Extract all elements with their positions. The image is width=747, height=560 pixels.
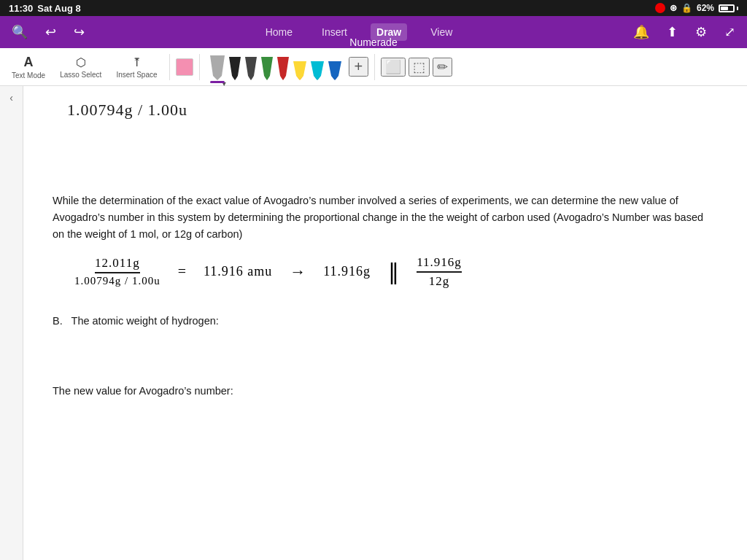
menu-home[interactable]: Home [260,23,298,41]
date: Sat Aug 8 [37,3,80,14]
svg-marker-6 [261,57,273,80]
equals-sign: = [178,263,186,280]
hw-top-content: 1.00794g / 1.00u [67,101,718,120]
title-bar: 🔍 ↩ ↪ Numerade Home Insert Draw View 🔔 ⬆… [0,16,747,48]
pen-black[interactable] [228,57,242,80]
secondary-fraction: 11.916g 12g [417,255,462,289]
text-mode-button[interactable]: A Text Mode [6,52,51,82]
time: 11:30 [9,3,33,14]
footer-text: The new value for Avogadro’s number: [53,385,718,397]
status-bar: 11:30 Sat Aug 8 ⊛ 🔒 62% [0,0,747,16]
pen-darkblue[interactable] [327,61,343,80]
arrow-symbol: → [290,262,306,281]
lasso-label: Lasso Select [60,71,101,79]
insert-space-label: Insert Space [116,71,157,79]
battery-percent: 62% [697,3,714,13]
formula-area: 12.011g 1.00794g / 1.00u = 11.916 amu → … [74,255,718,289]
notification-button[interactable]: 🔔 [630,21,652,43]
select-tool-button[interactable]: ⬚ [409,58,430,77]
battery-icon [719,4,738,12]
settings-button[interactable]: ⚙ [692,21,710,43]
lasso-select-button[interactable]: ⬡ Lasso Select [54,52,107,82]
svg-marker-8 [277,57,289,80]
svg-marker-0 [210,55,225,80]
redo-button[interactable]: ↪ [71,21,88,43]
frac2-numerator: 11.916g [417,255,462,273]
divider-3 [374,54,375,80]
search-button[interactable]: 🔍 [9,21,31,43]
page-canvas: 1.00794g / 1.00u While the determination… [23,86,747,560]
shape-tool-button[interactable]: ⬜ [381,58,406,77]
sidebar-toggle-button[interactable]: ‹ [9,92,13,104]
double-bar: ‖ [388,259,399,284]
app-title: Numerade [349,36,397,48]
svg-marker-12 [311,61,324,80]
divider-1 [169,54,170,80]
text-icon: A [24,55,34,70]
eraser-tool-button[interactable]: ✏ [433,58,452,77]
fraction-denominator: 1.00794g / 1.00u [74,273,160,287]
svg-marker-4 [245,57,257,80]
pen-green[interactable] [244,57,258,80]
content-wrapper: ‹ 1.00794g / 1.00u While the determinati… [0,86,747,560]
svg-marker-10 [293,61,306,80]
lasso-icon: ⬡ [76,55,86,69]
result-grams: 11.916g [323,264,371,279]
svg-marker-14 [328,61,341,80]
svg-marker-2 [229,57,241,80]
wifi-icon: ⊛ [670,3,677,13]
section-b: B. The atomic weight of hydrogen: [53,315,718,327]
pen-red[interactable] [276,57,290,80]
add-pen-button[interactable]: + [349,57,369,77]
pen-gray[interactable]: ▼ [209,55,226,80]
fraction-numerator: 12.011g [95,256,140,273]
frac2-denominator: 12g [429,273,450,289]
share-button[interactable]: ⬆ [664,21,681,43]
insert-space-button[interactable]: ⤒ Insert Space [110,52,163,82]
record-icon [655,3,665,13]
pen-cyan[interactable] [309,61,325,80]
pen-darkgray[interactable] [260,57,274,80]
color-swatch-pink[interactable] [176,58,193,76]
lock-icon: 🔒 [681,3,692,13]
undo-button[interactable]: ↩ [42,21,59,43]
menu-view[interactable]: View [425,23,458,41]
collapse-button[interactable]: ⤢ [721,21,738,43]
insert-space-icon: ⤒ [132,55,142,69]
result-amu: 11.916 amu [204,264,272,279]
toolbar: A Text Mode ⬡ Lasso Select ⤒ Insert Spac… [0,48,747,86]
divider-2 [199,54,200,80]
main-fraction: 12.011g 1.00794g / 1.00u [74,256,160,287]
menu-insert[interactable]: Insert [316,23,353,41]
pen-tools: ▼ [206,54,346,80]
pen-yellow[interactable] [292,61,308,80]
sidebar-toggle[interactable]: ‹ [0,86,23,560]
body-paragraph: While the determination of the exact val… [53,192,718,244]
text-mode-label: Text Mode [12,71,45,79]
